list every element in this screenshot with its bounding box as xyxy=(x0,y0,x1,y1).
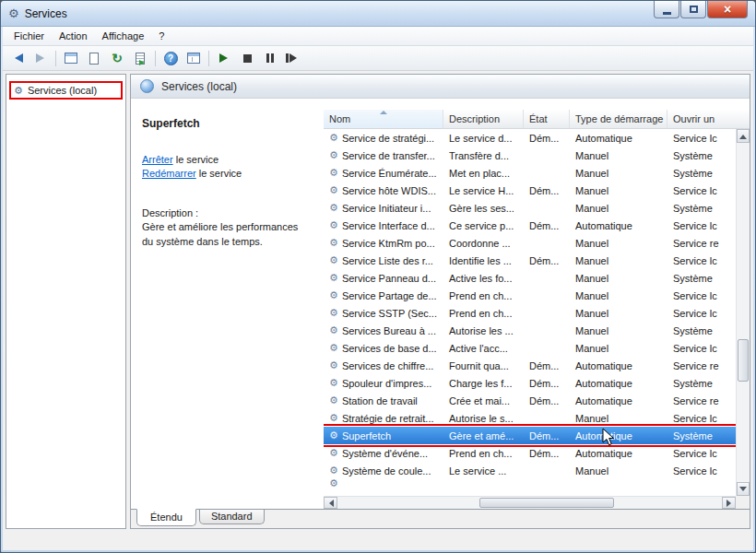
cell-type: Automatique xyxy=(570,217,667,234)
table-row[interactable]: ⚙Stratégie de retrait...Autorise le s...… xyxy=(324,409,736,427)
table-row[interactable]: ⚙Station de travailCrée et mai...Dém...A… xyxy=(324,392,736,409)
column-header-description[interactable]: Description xyxy=(443,110,524,129)
vertical-scroll-thumb[interactable] xyxy=(738,339,749,382)
back-button[interactable] xyxy=(6,48,29,68)
menu-fichier[interactable]: Fichier xyxy=(6,28,52,44)
document-icon xyxy=(89,53,99,65)
cell-nom: ⚙Station de travail xyxy=(324,392,443,409)
table-row[interactable]: ⚙Service Énumérate...Met en plac...Manue… xyxy=(324,164,736,182)
tree-item-services-local[interactable]: ⚙ Services (local) xyxy=(9,81,123,100)
stop-service-button[interactable] xyxy=(236,48,258,68)
service-gear-icon: ⚙ xyxy=(329,360,338,371)
table-row[interactable]: ⚙Service KtmRm po...Coordonne ...ManuelS… xyxy=(324,234,736,252)
column-header-type-demarrage[interactable]: Type de démarrage xyxy=(570,110,667,129)
cell-type: Manuel xyxy=(570,199,667,217)
table-row[interactable]: ⚙Service Panneau d...Active les fo...Man… xyxy=(324,269,736,287)
help-button[interactable]: ? xyxy=(159,48,182,68)
cell-nom: ⚙Système de coule... xyxy=(324,462,443,479)
toolbar-separator xyxy=(55,51,56,66)
table-row[interactable]: ⚙Service Interface d...Ce service p...Dé… xyxy=(324,217,736,234)
description-label: Description : xyxy=(142,206,309,220)
menu-affichage[interactable]: Affichage xyxy=(95,28,152,44)
cell-type xyxy=(570,479,667,488)
scroll-right-button[interactable] xyxy=(722,497,736,509)
table-row[interactable]: ⚙SuperfetchGère et amé...Dém...Automatiq… xyxy=(324,427,736,444)
scroll-down-button[interactable] xyxy=(737,482,750,496)
service-gear-icon: ⚙ xyxy=(329,150,338,160)
horizontal-scroll-track[interactable] xyxy=(337,497,722,509)
column-header-ouvrir-session[interactable]: Ouvrir un xyxy=(667,110,750,129)
restart-service-button[interactable] xyxy=(282,48,304,68)
table-row[interactable]: ⚙Service de transfer...Transfère d...Man… xyxy=(324,147,736,164)
cell-ouvrir: Service lc xyxy=(667,444,736,462)
menu-action[interactable]: Action xyxy=(52,28,95,44)
cell-etat xyxy=(524,304,570,322)
table-row[interactable]: ⚙Service Initiateur i...Gère les ses...M… xyxy=(324,199,736,217)
cell-desc: Transfère d... xyxy=(443,147,524,164)
table-row[interactable]: ⚙Services de chiffre...Fournit qua...Dém… xyxy=(324,357,736,374)
table-row[interactable]: ⚙Services Bureau à ...Autorise les ...Ma… xyxy=(324,322,736,339)
service-gear-icon: ⚙ xyxy=(329,308,338,318)
services-node-icon: ⚙ xyxy=(14,86,23,96)
minimize-button[interactable] xyxy=(654,1,679,18)
cell-etat xyxy=(524,339,570,357)
service-gear-icon: ⚙ xyxy=(329,378,338,388)
service-gear-icon: ⚙ xyxy=(329,133,338,143)
cell-nom: ⚙Services Bureau à ... xyxy=(324,322,443,339)
cell-nom: ⚙Service Interface d... xyxy=(324,217,443,234)
table-row[interactable]: ⚙Service hôte WDIS...Le service H...Dém.… xyxy=(324,182,736,199)
cell-desc: Active l'acc... xyxy=(443,339,524,357)
table-row[interactable]: ⚙Service Partage de...Prend en ch...Manu… xyxy=(324,287,736,304)
column-header-etat[interactable]: État xyxy=(524,110,570,129)
horizontal-scrollbar[interactable] xyxy=(324,496,736,509)
cell-nom: ⚙Service Énumérate... xyxy=(324,164,443,182)
tab-standard[interactable]: Standard xyxy=(199,510,265,524)
list-header: Nom Description État Type de démarrage O… xyxy=(324,110,750,129)
cell-type: Manuel xyxy=(570,322,667,339)
table-row[interactable]: ⚙Service SSTP (Sec...Prend en ch...Manue… xyxy=(324,304,736,322)
pause-service-button[interactable] xyxy=(259,48,281,68)
cell-nom: ⚙Système d'événe... xyxy=(324,444,443,462)
cell-desc: Ce service p... xyxy=(443,217,524,234)
cell-etat: Dém... xyxy=(524,374,570,392)
start-service-button[interactable] xyxy=(213,48,235,68)
table-row[interactable]: ⚙Service Liste des r...Identifie les ...… xyxy=(324,252,736,269)
vertical-scrollbar[interactable] xyxy=(736,129,750,496)
properties-button[interactable] xyxy=(83,48,105,68)
window-controls: × xyxy=(654,1,748,18)
cell-etat xyxy=(524,164,570,182)
scroll-left-button[interactable] xyxy=(324,497,337,509)
title-bar[interactable]: ⚙ Services xyxy=(1,1,755,27)
cell-desc: Identifie les ... xyxy=(443,252,524,269)
cell-desc: Le service ... xyxy=(443,462,524,479)
maximize-icon xyxy=(690,6,698,13)
show-console-tree-button[interactable] xyxy=(60,48,82,68)
cell-desc: Prend en ch... xyxy=(443,444,524,462)
table-row[interactable]: ⚙Services de base d...Active l'acc...Man… xyxy=(324,339,736,357)
column-header-nom[interactable]: Nom xyxy=(324,110,443,129)
cell-nom: ⚙Service Partage de... xyxy=(324,287,443,304)
vertical-scroll-track[interactable] xyxy=(737,143,750,482)
cell-ouvrir: Service lc xyxy=(667,129,736,147)
refresh-button[interactable]: ↻ xyxy=(106,48,128,68)
extended-view-icon xyxy=(187,53,200,64)
table-row[interactable]: ⚙Spouleur d'impres...Charge les f...Dém.… xyxy=(324,374,736,392)
export-list-button[interactable] xyxy=(129,48,151,68)
forward-button[interactable] xyxy=(30,48,52,68)
table-row[interactable]: ⚙Système d'événe...Prend en ch...Dém...A… xyxy=(324,444,736,462)
stop-service-link[interactable]: Arrêter xyxy=(142,154,173,165)
table-row[interactable]: ⚙Système de coule...Le service ...Manuel… xyxy=(324,462,736,479)
scroll-up-button[interactable] xyxy=(737,129,750,143)
tab-etendu[interactable]: Étendu xyxy=(136,509,196,526)
restart-service-link[interactable]: Redémarrer xyxy=(142,168,196,179)
console-tree-icon xyxy=(65,53,77,64)
table-row[interactable]: ⚙ xyxy=(324,479,736,488)
horizontal-scroll-thumb[interactable] xyxy=(479,498,614,508)
cell-ouvrir: Service lc xyxy=(667,182,736,199)
extended-view-button[interactable] xyxy=(183,48,205,68)
close-button[interactable]: × xyxy=(707,1,748,18)
maximize-button[interactable] xyxy=(680,1,706,18)
menu-help[interactable]: ? xyxy=(151,28,171,44)
table-row[interactable]: ⚙Service de stratégi...Le service d...Dé… xyxy=(324,129,736,147)
cell-ouvrir: Service re xyxy=(667,392,736,409)
